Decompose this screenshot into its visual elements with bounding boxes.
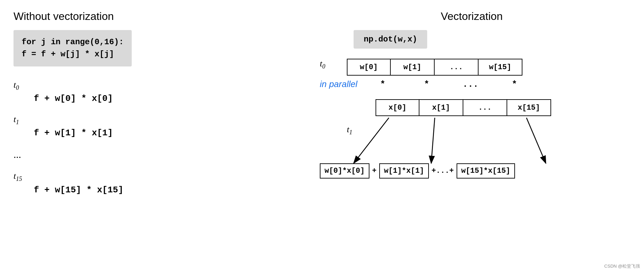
svg-line-1 xyxy=(354,118,389,163)
vec-diagram: t0 w[0] w[1] ... w[15] in parallel * * .… xyxy=(313,59,630,200)
w-cell-dots: ... xyxy=(435,59,479,76)
star-0: * xyxy=(361,79,405,89)
t1-left-expr: f + w[1] * x[1] xyxy=(34,128,300,138)
w-cell-15: w[15] xyxy=(479,59,522,76)
right-title: Vectorization xyxy=(313,10,630,23)
result-cell-1: w[1]*x[1] xyxy=(379,163,429,179)
left-code-block: for j in range(0,16): f = f + w[j] * x[j… xyxy=(14,30,132,66)
left-section: Without vectorization for j in range(0,1… xyxy=(14,10,310,206)
w-cell-0: w[0] xyxy=(347,59,391,76)
step-t1-block: t1 f + w[1] * x[1] xyxy=(14,114,300,138)
in-parallel-row: in parallel * * ... * xyxy=(320,79,536,89)
star-3: * xyxy=(492,79,536,89)
w-cell-1: w[1] xyxy=(391,59,435,76)
step-t0-block: t0 f + w[0] * x[0] xyxy=(14,80,300,104)
x-cell-1: x[1] xyxy=(419,99,463,116)
code-line1: for j in range(0,16): xyxy=(22,37,124,47)
x-cell-dots: ... xyxy=(463,99,507,116)
x-cell-0: x[0] xyxy=(376,99,419,116)
in-parallel-label: in parallel xyxy=(320,79,357,89)
svg-line-2 xyxy=(431,118,435,163)
t0-right-label: t0 xyxy=(320,59,325,70)
t15-left-label: t15 xyxy=(14,171,300,183)
w-array-row: w[0] w[1] ... w[15] xyxy=(347,59,522,76)
watermark: CSDN @松堂飞强 xyxy=(604,263,640,269)
result-op-plus1: + xyxy=(371,167,378,175)
result-cell-0: w[0]*x[0] xyxy=(320,163,369,179)
t1-right-label: t1 xyxy=(347,125,352,136)
t0-left-label: t0 xyxy=(14,80,300,91)
left-title: Without vectorization xyxy=(14,10,300,23)
code-line2: f = f + w[j] * x[j] xyxy=(22,50,114,59)
star-dots: ... xyxy=(448,79,492,89)
t15-left-expr: f + w[15] * x[15] xyxy=(34,185,300,195)
main-container: Without vectorization for j in range(0,1… xyxy=(0,0,644,213)
x-array-row: x[0] x[1] ... x[15] xyxy=(376,99,551,116)
star-1: * xyxy=(405,79,448,89)
right-section: Vectorization np.dot(w,x) t0 w[0] w[1] .… xyxy=(310,10,630,206)
x-cell-15: x[15] xyxy=(507,99,551,116)
step-t15-block: t15 f + w[15] * x[15] xyxy=(14,171,300,195)
svg-line-3 xyxy=(526,118,546,163)
t0-left-expr: f + w[0] * x[0] xyxy=(34,93,300,104)
result-cell-15: w[15]*x[15] xyxy=(457,163,515,179)
result-op-plusdots: +...+ xyxy=(430,167,455,175)
np-code-block: np.dot(w,x) xyxy=(354,30,427,49)
result-row: w[0]*x[0] + w[1]*x[1] +...+ w[15]*x[15] xyxy=(320,163,515,179)
left-dots: ... xyxy=(14,149,300,160)
t1-left-label: t1 xyxy=(14,114,300,126)
